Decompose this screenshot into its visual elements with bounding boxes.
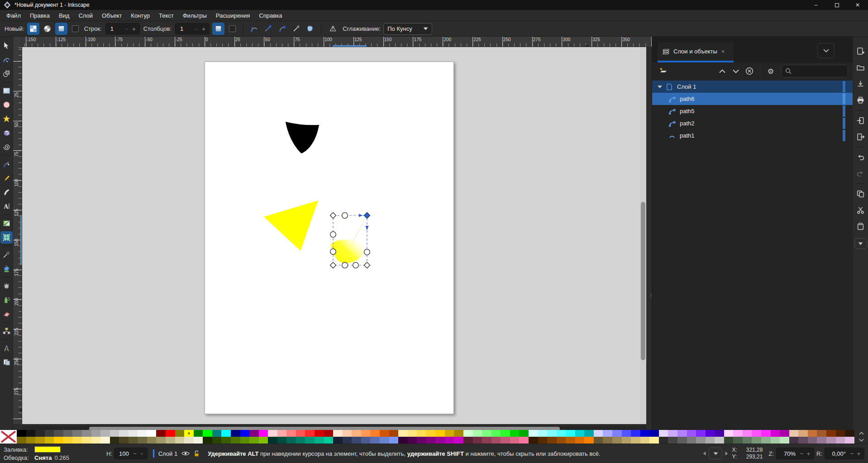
palette-swatch[interactable] <box>315 430 324 437</box>
palette-swatch[interactable] <box>315 437 324 444</box>
palette-swatch[interactable] <box>156 430 166 437</box>
palette-swatch[interactable] <box>677 437 687 444</box>
palette-swatch[interactable] <box>45 437 54 444</box>
palette-swatch[interactable] <box>566 437 575 444</box>
palette-scroll-down-icon[interactable] <box>854 437 868 444</box>
palette-swatch[interactable] <box>724 430 734 437</box>
palette-swatch[interactable] <box>305 437 315 444</box>
palette-swatch[interactable] <box>286 430 296 437</box>
palette-swatch[interactable] <box>249 430 259 437</box>
palette-swatch[interactable] <box>594 437 603 444</box>
opacity-plus-button[interactable]: + <box>138 450 145 457</box>
item-label[interactable]: path5 <box>680 108 695 115</box>
palette-swatch[interactable] <box>296 437 305 444</box>
move-up-icon[interactable] <box>715 65 729 77</box>
menu-text[interactable]: Текст <box>154 11 178 20</box>
import-icon[interactable] <box>854 114 867 127</box>
move-down-icon[interactable] <box>729 65 743 77</box>
palette-swatch[interactable] <box>221 430 231 437</box>
palette-swatch[interactable] <box>649 430 659 437</box>
palette-swatch[interactable] <box>566 430 575 437</box>
close-tab-icon[interactable]: × <box>721 48 725 55</box>
expander-icon[interactable] <box>658 86 662 88</box>
palette-swatch[interactable] <box>575 430 585 437</box>
redo-icon[interactable] <box>854 167 867 180</box>
palette-swatch[interactable] <box>761 437 771 444</box>
palette-swatch[interactable] <box>612 430 622 437</box>
palette-swatch[interactable] <box>743 437 752 444</box>
palette-swatch[interactable] <box>733 430 743 437</box>
palette-swatch[interactable] <box>249 437 259 444</box>
palette-swatch[interactable] <box>147 437 157 444</box>
palette-swatch[interactable] <box>175 437 185 444</box>
palette-swatch[interactable] <box>501 437 510 444</box>
mesh-gradient-tool[interactable] <box>0 231 13 243</box>
palette-swatch[interactable] <box>603 430 612 437</box>
palette-swatch[interactable] <box>333 437 343 444</box>
star-tool[interactable] <box>0 113 13 125</box>
palette-swatch[interactable] <box>798 430 808 437</box>
palette-swatch[interactable] <box>631 437 640 444</box>
palette-swatch[interactable] <box>352 437 361 444</box>
mesh-side-toggle-icon[interactable] <box>248 23 260 35</box>
palette-swatch[interactable] <box>668 430 677 437</box>
item-label[interactable]: path6 <box>680 95 695 102</box>
mesh-corner-handle[interactable] <box>330 213 336 219</box>
palette-swatch[interactable] <box>268 430 277 437</box>
palette-swatch[interactable] <box>35 430 45 437</box>
mesh-edge-handle[interactable] <box>342 263 348 268</box>
black-wedge-shape[interactable] <box>286 122 319 153</box>
palette-swatch[interactable] <box>100 430 110 437</box>
palette-swatch[interactable] <box>454 437 463 444</box>
palette-swatch[interactable] <box>445 437 454 444</box>
rows-spinner[interactable]: 1 − + <box>105 23 140 34</box>
palette-swatch[interactable] <box>584 437 594 444</box>
spiral-tool[interactable] <box>0 141 13 153</box>
canvas-page[interactable] <box>205 62 454 414</box>
palette-swatch[interactable] <box>687 430 696 437</box>
object-row[interactable]: path2 <box>652 117 853 129</box>
palette-swatch[interactable] <box>826 437 836 444</box>
palette-swatch[interactable] <box>529 430 538 437</box>
new-document-icon[interactable] <box>854 45 867 57</box>
palette-swatch[interactable] <box>622 430 631 437</box>
palette-swatch[interactable] <box>547 437 557 444</box>
palette-swatch[interactable] <box>789 437 799 444</box>
palette-swatch[interactable] <box>752 430 761 437</box>
palette-swatch[interactable] <box>156 437 166 444</box>
rows-plus-button[interactable]: + <box>130 25 138 33</box>
palette-swatch[interactable] <box>808 430 817 437</box>
delete-object-icon[interactable] <box>743 65 756 77</box>
menu-edit[interactable]: Правка <box>25 11 54 20</box>
palette-swatch[interactable] <box>640 437 650 444</box>
palette-swatch[interactable] <box>752 437 761 444</box>
new-on-stroke-checkbox[interactable] <box>72 25 79 32</box>
palette-swatch[interactable] <box>296 430 305 437</box>
vertical-ruler[interactable]: 255075100125150175200225250275 <box>13 47 22 424</box>
palette-swatch[interactable] <box>417 437 426 444</box>
palette-swatch[interactable] <box>510 437 520 444</box>
menu-file[interactable]: Файл <box>2 11 25 20</box>
minimize-button[interactable]: – <box>806 0 826 10</box>
palette-swatch[interactable] <box>659 437 668 444</box>
palette-swatch[interactable] <box>519 430 529 437</box>
gear-icon[interactable]: ⚙ <box>764 65 777 77</box>
palette-swatch[interactable] <box>389 437 399 444</box>
palette-swatch[interactable] <box>491 437 501 444</box>
palette-swatch[interactable] <box>733 437 743 444</box>
palette-swatch[interactable] <box>240 430 250 437</box>
palette-swatch[interactable] <box>166 437 175 444</box>
palette-swatch[interactable] <box>677 430 687 437</box>
palette-swatch[interactable] <box>463 437 473 444</box>
edit-fill-button[interactable] <box>212 23 224 35</box>
gradient-tool[interactable] <box>0 217 13 229</box>
palette-swatch[interactable] <box>54 437 63 444</box>
palette-swatch[interactable] <box>612 437 622 444</box>
palette-swatch[interactable] <box>836 430 845 437</box>
new-conical-gradient-button[interactable] <box>41 23 53 35</box>
mesh-edge-handle[interactable] <box>364 249 370 255</box>
palette-swatch[interactable] <box>845 437 854 444</box>
menu-filters[interactable]: Фильтры <box>178 11 211 20</box>
opacity-minus-button[interactable]: − <box>132 450 138 457</box>
rotation-plus-button[interactable]: + <box>855 450 862 457</box>
